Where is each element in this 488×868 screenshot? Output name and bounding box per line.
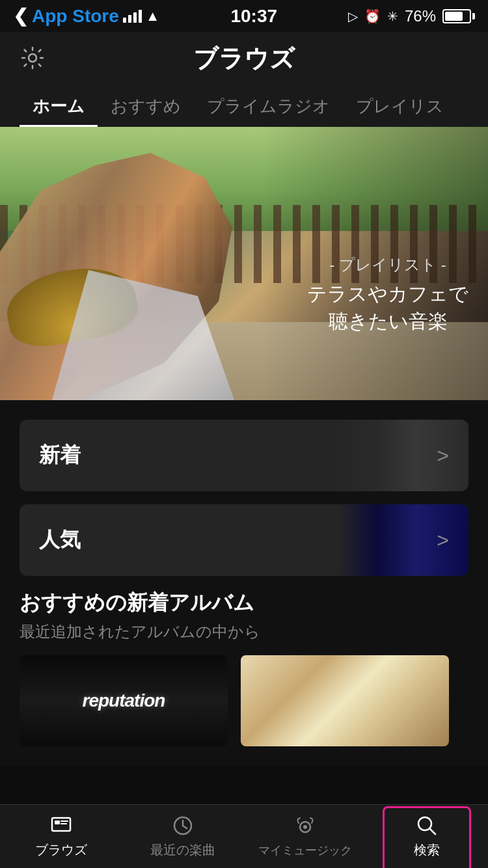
svg-point-7 — [303, 825, 307, 829]
nav-recent[interactable]: 最近の楽曲 — [122, 809, 245, 864]
back-arrow-icon: ❮ — [13, 5, 28, 27]
nav-mymusic-label: マイミュージック — [258, 843, 352, 858]
nav-search-label: 検索 — [414, 841, 440, 859]
battery-icon — [442, 9, 475, 23]
album-reputation-label: reputation — [83, 690, 165, 711]
section-title: おすすめの新着アルバム — [20, 589, 468, 617]
shinchaku-bg — [338, 420, 468, 491]
battery-percent: 76% — [405, 7, 436, 25]
shinchaku-card[interactable]: 新着 > — [20, 420, 468, 491]
hero-text: - プレイリスト - テラスやカフェで聴きたい音楽 — [307, 254, 468, 335]
tab-prime-radio[interactable]: プライムラジオ — [194, 88, 343, 127]
signal-icon — [123, 10, 142, 23]
search-icon — [415, 814, 439, 837]
hero-banner[interactable]: - プレイリスト - テラスやカフェで聴きたい音楽 — [0, 127, 488, 400]
page-title: ブラウズ — [193, 42, 295, 75]
album-other[interactable] — [241, 655, 449, 746]
album-reputation[interactable]: reputation — [20, 655, 228, 746]
nav-browse[interactable]: ブラウズ — [0, 809, 122, 864]
bottom-nav: ブラウズ 最近の楽曲 マイミュージック 検索 — [0, 804, 488, 868]
bluetooth-icon: ✳ — [387, 8, 398, 24]
carrier-label: App Store — [32, 6, 119, 27]
settings-button[interactable] — [20, 45, 46, 73]
status-time: 10:37 — [230, 6, 277, 27]
hero-description: テラスやカフェで聴きたい音楽 — [307, 280, 468, 335]
nav-recent-label: 最近の楽曲 — [150, 841, 215, 859]
ninki-label: 人気 — [39, 526, 81, 554]
svg-rect-2 — [55, 821, 60, 824]
gear-icon — [20, 63, 46, 73]
header-top: ブラウズ — [20, 42, 468, 75]
nav-browse-label: ブラウズ — [35, 841, 87, 859]
browse-icon — [49, 814, 73, 837]
hero-tag: - プレイリスト - — [307, 254, 468, 275]
album-row: reputation — [20, 655, 468, 746]
svg-line-9 — [429, 828, 435, 834]
wifi-icon: ▲ — [146, 8, 160, 25]
nav-mymusic[interactable]: マイミュージック — [244, 810, 366, 863]
tab-home[interactable]: ホーム — [20, 88, 98, 127]
recent-icon — [171, 814, 195, 837]
location-icon: ▷ — [348, 8, 358, 24]
header: ブラウズ ホーム おすすめ プライムラジオ プレイリス — [0, 32, 488, 127]
tab-recommended[interactable]: おすすめ — [98, 88, 194, 127]
ninki-chevron: > — [437, 528, 449, 552]
shinchaku-chevron: > — [437, 444, 449, 468]
section-subtitle: 最近追加されたアルバムの中から — [20, 621, 468, 642]
main-content: 新着 > 人気 > おすすめの新着アルバム 最近追加されたアルバムの中から re… — [0, 400, 488, 766]
alarm-icon: ⏰ — [364, 8, 381, 24]
svg-point-0 — [29, 54, 36, 62]
ninki-card[interactable]: 人気 > — [20, 504, 468, 576]
nav-search[interactable]: 検索 — [366, 809, 489, 864]
shinchaku-label: 新着 — [39, 441, 81, 470]
status-bar: ❮ App Store ▲ 10:37 ▷ ⏰ ✳ 76% — [0, 0, 488, 32]
ninki-bg — [338, 504, 468, 576]
recommended-section-header: おすすめの新着アルバム 最近追加されたアルバムの中から — [20, 589, 468, 642]
status-right: ▷ ⏰ ✳ 76% — [348, 7, 475, 25]
tabs-bar: ホーム おすすめ プライムラジオ プレイリス — [20, 88, 468, 127]
mymusic-icon — [293, 815, 317, 839]
tab-playlist[interactable]: プレイリス — [343, 88, 457, 127]
status-left: ❮ App Store ▲ — [13, 5, 160, 27]
